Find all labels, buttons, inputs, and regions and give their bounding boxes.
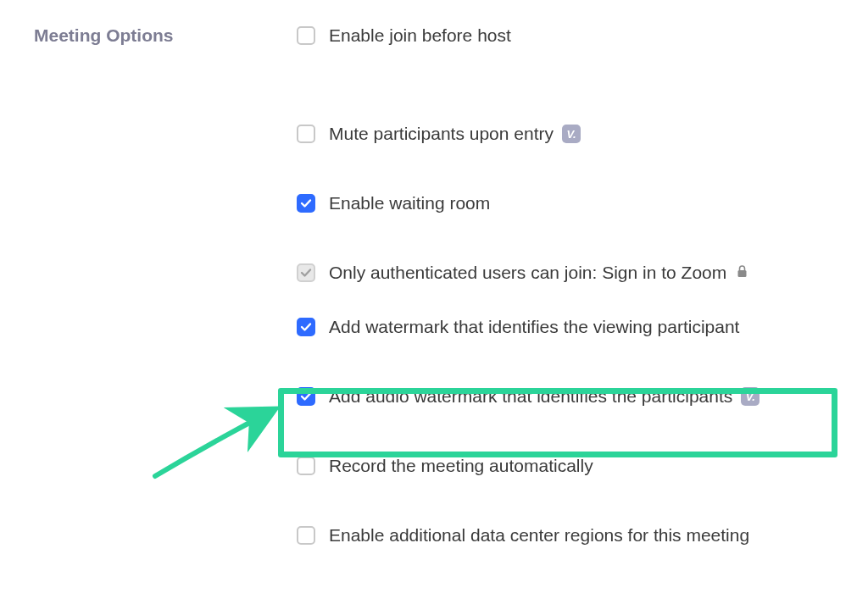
section-title: Meeting Options <box>34 20 297 551</box>
checkbox-waiting-room[interactable] <box>297 194 315 213</box>
option-label: Record the meeting automatically <box>329 456 593 476</box>
svg-rect-0 <box>738 270 747 277</box>
checkbox-data-center-regions[interactable] <box>297 526 315 545</box>
option-mute-on-entry: Mute participants upon entry V. <box>297 119 834 149</box>
option-join-before-host: Enable join before host <box>297 20 834 51</box>
checkbox-auto-record[interactable] <box>297 457 315 475</box>
annotation-highlight-box <box>278 388 837 457</box>
option-label: Enable join before host <box>329 25 511 46</box>
checkbox-video-watermark[interactable] <box>297 318 315 336</box>
option-video-watermark: Add watermark that identifies the viewin… <box>297 312 834 342</box>
checkbox-authenticated-only <box>297 263 315 282</box>
option-waiting-room: Enable waiting room <box>297 188 834 219</box>
option-label: Only authenticated users can join: Sign … <box>329 263 726 283</box>
checkbox-mute-on-entry[interactable] <box>297 125 315 143</box>
option-label: Mute participants upon entry <box>329 124 554 144</box>
checkbox-join-before-host[interactable] <box>297 26 315 45</box>
lock-icon <box>737 265 748 281</box>
option-data-center-regions: Enable additional data center regions fo… <box>297 520 834 551</box>
meeting-options-list: Enable join before host Mute participant… <box>297 20 834 551</box>
option-label: Enable additional data center regions fo… <box>329 525 749 546</box>
info-badge-icon[interactable]: V. <box>562 125 581 143</box>
option-authenticated-only: Only authenticated users can join: Sign … <box>297 258 834 288</box>
option-label: Add watermark that identifies the viewin… <box>329 317 739 337</box>
option-label: Enable waiting room <box>329 193 490 213</box>
